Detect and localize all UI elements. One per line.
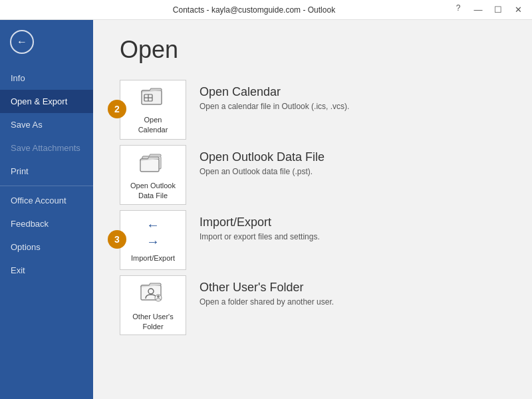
open-calendar-desc: Open Calendar Open a calendar file in Ou… xyxy=(200,80,349,111)
back-button[interactable]: ← xyxy=(5,25,39,59)
sidebar-item-print[interactable]: Print xyxy=(0,160,93,183)
app-body: ← Info Open & Export Save As Save Attach… xyxy=(0,20,532,399)
open-calendar-title: Open Calendar xyxy=(200,85,349,99)
maximize-button[interactable]: ☐ xyxy=(489,3,507,17)
option-row-import-export: 3 ← → Import/Export Import/Export Import… xyxy=(120,210,505,270)
page-title: Open xyxy=(120,36,505,64)
sidebar-nav: Info Open & Export Save As Save Attachme… xyxy=(0,66,93,282)
other-user-folder-button[interactable]: Other User'sFolder xyxy=(120,275,186,335)
option-row-open-data: Open OutlookData File Open Outlook Data … xyxy=(120,145,505,205)
sidebar-item-options[interactable]: Options xyxy=(0,235,93,259)
main-content: Open 2 OpenCalendar xyxy=(93,20,532,399)
sidebar-item-save-as[interactable]: Save As xyxy=(0,113,93,136)
open-outlook-data-title: Open Outlook Data File xyxy=(200,150,325,164)
folder-user-icon xyxy=(140,279,166,308)
step-badge-3: 3 xyxy=(108,230,126,249)
open-outlook-data-button[interactable]: Open OutlookData File xyxy=(120,145,186,205)
open-calendar-button[interactable]: OpenCalendar xyxy=(120,80,186,140)
sidebar: ← Info Open & Export Save As Save Attach… xyxy=(0,20,93,399)
step-badge-2: 2 xyxy=(108,100,126,118)
titlebar-controls: ? — ☐ ✕ xyxy=(450,3,527,17)
import-export-text: Import or export files and settings. xyxy=(200,232,320,241)
titlebar: Contacts - kayla@customguide.com - Outlo… xyxy=(0,0,532,20)
arrows-icon: ← → xyxy=(146,217,160,249)
folder-multi-icon xyxy=(140,150,166,177)
options-container: 2 OpenCalendar Open Calendar xyxy=(120,80,505,340)
sidebar-item-open-export[interactable]: Open & Export xyxy=(0,90,93,113)
import-export-title: Import/Export xyxy=(200,215,320,229)
import-export-button[interactable]: ← → Import/Export xyxy=(120,210,186,270)
sidebar-item-feedback[interactable]: Feedback xyxy=(0,212,93,235)
other-user-folder-label: Other User'sFolder xyxy=(132,312,173,331)
titlebar-title: Contacts - kayla@customguide.com - Outlo… xyxy=(59,5,450,15)
help-button[interactable]: ? xyxy=(450,3,467,17)
minimize-button[interactable]: — xyxy=(469,3,487,17)
open-calendar-text: Open a calendar file in Outlook (.ics, .… xyxy=(200,102,349,111)
other-user-folder-desc: Other User's Folder Open a folder shared… xyxy=(200,275,334,307)
import-export-label: Import/Export xyxy=(131,253,175,263)
open-calendar-label: OpenCalendar xyxy=(138,115,168,134)
sidebar-item-exit[interactable]: Exit xyxy=(0,259,93,282)
other-user-folder-title: Other User's Folder xyxy=(200,281,334,295)
open-outlook-data-desc: Open Outlook Data File Open an Outlook d… xyxy=(200,145,325,176)
open-outlook-data-text: Open an Outlook data file (.pst). xyxy=(200,167,325,176)
option-row-open-calendar: 2 OpenCalendar Open Calendar xyxy=(120,80,505,140)
other-user-folder-text: Open a folder shared by another user. xyxy=(200,297,334,307)
close-button[interactable]: ✕ xyxy=(509,3,527,17)
back-icon: ← xyxy=(10,30,34,54)
sidebar-item-office-account[interactable]: Office Account xyxy=(0,189,93,212)
option-row-other-user: Other User'sFolder Other User's Folder O… xyxy=(120,275,505,335)
svg-point-9 xyxy=(157,295,160,298)
sidebar-item-info[interactable]: Info xyxy=(0,66,93,90)
sidebar-divider xyxy=(0,186,93,186)
svg-rect-5 xyxy=(140,159,159,172)
folder-icon xyxy=(141,85,165,111)
sidebar-item-save-attachments: Save Attachments xyxy=(0,136,93,160)
open-outlook-data-label: Open OutlookData File xyxy=(130,181,176,200)
import-export-desc: Import/Export Import or export files and… xyxy=(200,210,320,241)
